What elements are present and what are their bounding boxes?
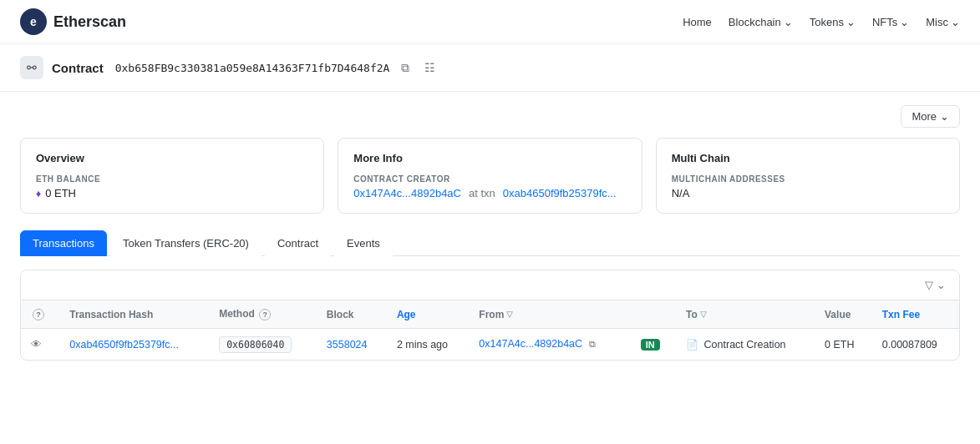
page-title: Contract <box>52 61 104 75</box>
col-block-header: Block <box>317 300 387 329</box>
row-block: 3558024 <box>317 329 387 361</box>
row-info: 👁 <box>21 329 59 361</box>
method-info-icon[interactable]: ? <box>259 309 271 320</box>
row-hash: 0xab4650f9fb25379fc... <box>59 329 209 361</box>
col-info-header: ? <box>21 300 59 329</box>
page-header: ⚯ Contract 0xb658FB9c330381a059e8A14363F… <box>0 44 980 92</box>
qr-code-button[interactable]: ☷ <box>421 59 439 76</box>
multi-chain-card-title: Multi Chain <box>672 152 944 164</box>
contract-address: 0xb658FB9c330381a059e8A14363F71fb7D4648f… <box>115 62 390 74</box>
contract-creation-label: Contract Creation <box>704 339 786 351</box>
eth-balance-label: ETH BALANCE <box>36 174 308 184</box>
contract-creator-value: 0x147A4c...4892b4aC at txn 0xab4650f9fb2… <box>353 187 626 199</box>
col-to-header: To ▽ <box>676 300 815 329</box>
row-direction: IN <box>631 329 676 361</box>
tab-transactions[interactable]: Transactions <box>20 230 107 256</box>
tx-hash-link[interactable]: 0xab4650f9fb25379fc... <box>69 339 179 351</box>
nav-nfts[interactable]: NFTs ⌄ <box>872 16 909 28</box>
nav-misc[interactable]: Misc ⌄ <box>926 16 960 28</box>
row-to: 📄 Contract Creation <box>676 329 815 361</box>
from-address-link[interactable]: 0x147A4c...4892b4aC <box>479 338 582 350</box>
info-icon[interactable]: ? <box>33 309 44 320</box>
nav-links: Home Blockchain ⌄ Tokens ⌄ NFTs ⌄ Misc ⌄ <box>683 16 960 28</box>
overview-card-title: Overview <box>36 152 308 164</box>
contract-creator-label: CONTRACT CREATOR <box>353 174 626 184</box>
more-btn-row: More ⌄ <box>20 105 960 128</box>
tab-contract[interactable]: Contract <box>265 230 331 256</box>
to-filter-icon[interactable]: ▽ <box>700 310 707 319</box>
brand: e Etherscan <box>20 8 126 35</box>
navbar: e Etherscan Home Blockchain ⌄ Tokens ⌄ N… <box>0 0 980 44</box>
nav-home[interactable]: Home <box>683 16 712 28</box>
document-icon: 📄 <box>686 339 698 351</box>
copy-address-button[interactable]: ⧉ <box>398 59 413 77</box>
col-age-header: Age <box>387 300 469 329</box>
method-badge: 0x60806040 <box>219 336 292 353</box>
col-txnfee-header: Txn Fee <box>872 300 959 329</box>
main-content: More ⌄ Overview ETH BALANCE ♦ 0 ETH More… <box>0 92 980 374</box>
tab-token-transfers[interactable]: Token Transfers (ERC-20) <box>110 230 262 256</box>
col-method-header: Method ? <box>209 300 317 329</box>
brand-name: Etherscan <box>53 13 126 31</box>
eth-diamond-icon: ♦ <box>36 188 41 199</box>
copy-from-button[interactable]: ⧉ <box>586 337 599 351</box>
from-filter-icon[interactable]: ▽ <box>506 310 513 319</box>
creator-address-link[interactable]: 0x147A4c...4892b4aC <box>353 187 461 199</box>
block-link[interactable]: 3558024 <box>327 339 368 351</box>
overview-card: Overview ETH BALANCE ♦ 0 ETH <box>20 138 324 214</box>
chevron-down-icon: ⌄ <box>900 16 909 28</box>
row-from: 0x147A4c...4892b4aC ⧉ <box>469 329 630 361</box>
table-header: ▽ ⌄ <box>21 270 959 300</box>
filter-icon[interactable]: ▽ ⌄ <box>925 279 946 291</box>
at-txn-text: at txn <box>469 187 495 199</box>
tab-events[interactable]: Events <box>334 230 393 256</box>
multichain-value: N/A <box>672 187 944 199</box>
more-info-card: More Info CONTRACT CREATOR 0x147A4c...48… <box>338 138 642 214</box>
nav-blockchain[interactable]: Blockchain ⌄ <box>729 16 793 28</box>
row-age: 2 mins ago <box>387 329 469 361</box>
in-badge: IN <box>641 339 660 351</box>
chevron-down-icon: ⌄ <box>784 16 793 28</box>
multi-chain-card: Multi Chain MULTICHAIN ADDRESSES N/A <box>656 138 960 214</box>
more-button[interactable]: More ⌄ <box>901 105 960 128</box>
multichain-label: MULTICHAIN ADDRESSES <box>672 174 944 184</box>
eth-balance-value: ♦ 0 ETH <box>36 187 308 199</box>
nav-tokens[interactable]: Tokens ⌄ <box>810 16 856 28</box>
transactions-table: ? Transaction Hash Method ? Block Age <box>21 300 959 360</box>
col-from-header: From ▽ <box>469 300 630 329</box>
col-direction-header <box>631 300 676 329</box>
col-hash-header: Transaction Hash <box>59 300 209 329</box>
cards-row: Overview ETH BALANCE ♦ 0 ETH More Info C… <box>20 138 960 214</box>
chevron-down-icon: ⌄ <box>951 16 960 28</box>
more-info-card-title: More Info <box>353 152 626 164</box>
creator-txn-link[interactable]: 0xab4650f9fb25379fc... <box>503 187 617 199</box>
chevron-down-icon: ⌄ <box>846 16 856 28</box>
contract-icon: ⚯ <box>20 56 43 79</box>
chevron-down-icon: ⌄ <box>940 110 949 123</box>
table-header-row: ? Transaction Hash Method ? Block Age <box>21 300 959 329</box>
logo-icon: e <box>20 8 47 35</box>
table-row: 👁 0xab4650f9fb25379fc... 0x60806040 3558… <box>21 329 959 361</box>
row-value: 0 ETH <box>815 329 872 361</box>
col-value-header: Value <box>815 300 872 329</box>
transactions-table-section: ▽ ⌄ ? Transaction Hash Method ? Block <box>20 270 960 361</box>
eye-icon[interactable]: 👁 <box>31 338 42 351</box>
row-txnfee: 0.00087809 <box>872 329 959 361</box>
tabs-row: Transactions Token Transfers (ERC-20) Co… <box>20 230 960 256</box>
row-method: 0x60806040 <box>209 329 317 361</box>
